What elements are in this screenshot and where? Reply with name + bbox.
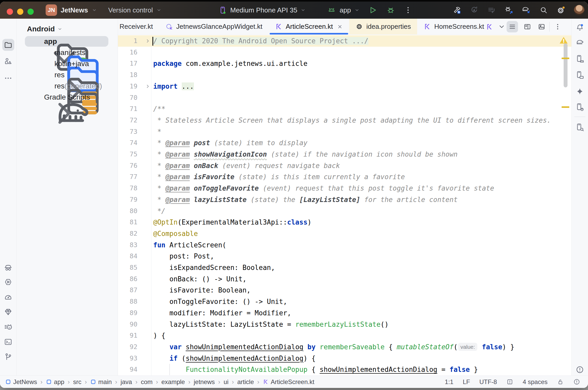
code-line[interactable]: 72 * Stateless Article Screen that displ…: [118, 115, 571, 126]
code-line[interactable]: 87 isFavorite: Boolean,: [118, 284, 571, 296]
code-line[interactable]: 1/ Copyright 2020 The Android Open Sourc…: [118, 35, 571, 47]
tree-item-kotlin-java[interactable]: kotlin+java: [17, 58, 118, 69]
project-view-selector[interactable]: Android: [27, 25, 55, 33]
tab-jetnews-glance-app-widget[interactable]: JetnewsGlanceAppWidget.kt: [159, 19, 269, 34]
tree-item-app[interactable]: app: [17, 36, 118, 47]
fold-toggle-icon[interactable]: [145, 81, 151, 92]
breadcrumb-item-example[interactable]: example: [161, 378, 185, 386]
code-line[interactable]: 85 isExpandedScreen: Boolean,: [118, 262, 571, 273]
terminal-tool-button[interactable]: [2, 336, 14, 348]
device-search-button[interactable]: [574, 122, 586, 134]
running-devices-button[interactable]: [574, 69, 586, 81]
tab-article-screen[interactable]: ArticleScreen.kt: [269, 19, 349, 34]
gradle-sync-button[interactable]: [522, 6, 531, 15]
code-line[interactable]: 93 if (showUnimplementedActionDialog) {: [118, 353, 571, 364]
breadcrumb-item-jetnews[interactable]: jetnews: [194, 378, 215, 386]
build-button[interactable]: [452, 6, 461, 15]
editor-list-button[interactable]: [507, 21, 518, 32]
code-editor[interactable]: 1/ Copyright 2020 The Android Open Sourc…: [118, 35, 571, 375]
device-selector[interactable]: Medium Phone API 35: [218, 2, 306, 19]
chevron-right-icon[interactable]: [36, 72, 43, 78]
code-line[interactable]: 70: [118, 92, 571, 103]
more-run-actions-button[interactable]: [404, 6, 412, 15]
detective-tool-button[interactable]: [2, 262, 14, 274]
tree-item-res-generated[interactable]: res (generated): [17, 80, 118, 92]
run-button[interactable]: [368, 5, 378, 15]
logcat-tool-button[interactable]: [2, 321, 14, 333]
scrollbar-thumb[interactable]: [564, 43, 568, 87]
breadcrumb-item-src[interactable]: src: [73, 378, 81, 386]
code-line[interactable]: 73 *: [118, 126, 571, 137]
preview-button[interactable]: [538, 19, 545, 35]
chevron-right-icon[interactable]: [25, 94, 32, 101]
code-line[interactable]: 80 */: [118, 205, 571, 217]
tree-item-res[interactable]: res: [17, 69, 118, 80]
encoding-widget[interactable]: UTF-8: [479, 378, 497, 386]
apply-changes-restart-button[interactable]: [470, 6, 479, 15]
avatar[interactable]: [574, 5, 584, 15]
chevron-right-icon[interactable]: [36, 49, 43, 56]
breadcrumb-item-app[interactable]: app: [46, 378, 64, 386]
error-stripe-mark[interactable]: [562, 106, 569, 108]
code-line[interactable]: 89 modifier: Modifier = Modifier,: [118, 307, 571, 319]
hexagon-play-tool-button[interactable]: [2, 276, 14, 288]
tab-home-screens[interactable]: HomeScreens.kt: [417, 19, 490, 34]
code-line[interactable]: 71/**: [118, 103, 571, 115]
breadcrumb-item-article[interactable]: article: [237, 378, 254, 386]
breadcrumb-item-ui[interactable]: ui: [224, 378, 229, 386]
gradle-tool-button[interactable]: [574, 36, 586, 48]
close-window-button[interactable]: [7, 9, 13, 15]
gemini-sparkle-button[interactable]: [574, 85, 586, 97]
code-line[interactable]: 78 * @param onToggleFavorite (event) req…: [118, 183, 571, 194]
clipped-tab[interactable]: [486, 19, 491, 35]
debug-button[interactable]: [386, 5, 395, 15]
project-name-menu[interactable]: JetNews: [61, 6, 88, 14]
chevron-right-icon[interactable]: [36, 60, 43, 67]
device-explorer-button[interactable]: [574, 101, 586, 113]
device-manager-button[interactable]: [574, 53, 586, 65]
code-line[interactable]: 77 * @param isFavorite (state) is this i…: [118, 171, 571, 183]
code-line[interactable]: 90 lazyListState: LazyListState = rememb…: [118, 319, 571, 330]
code-line[interactable]: 17package com.example.jetnews.ui.article: [118, 58, 571, 69]
run-configuration-selector[interactable]: app: [340, 6, 351, 14]
breadcrumb-item-articlescreen-kt[interactable]: ArticleScreen.kt: [263, 378, 314, 386]
profiler-tool-button[interactable]: [2, 291, 14, 303]
version-control-tool-button[interactable]: [2, 351, 14, 363]
lock-open-icon[interactable]: [557, 378, 564, 385]
warning-triangle-icon[interactable]: [559, 36, 569, 45]
code-line[interactable]: 16: [118, 47, 571, 58]
zoom-window-button[interactable]: [27, 9, 34, 15]
code-line[interactable]: 94 FunctionalityNotAvailablePopup { show…: [118, 364, 571, 375]
notifications-button[interactable]: [574, 22, 586, 33]
code-line[interactable]: 91) {: [118, 330, 571, 341]
code-line[interactable]: 19import ...: [118, 81, 571, 92]
code-line[interactable]: 79 * @param lazyListState (state) the [L…: [118, 194, 571, 205]
code-line[interactable]: 76 * @param onBack (event) request navig…: [118, 160, 571, 171]
indent-widget[interactable]: 4 spaces: [523, 378, 548, 386]
tab-idea-properties[interactable]: idea.properties: [349, 19, 417, 34]
code-line[interactable]: 75 * @param showNavigationIcon (state) i…: [118, 149, 571, 160]
breadcrumb-item-java[interactable]: java: [121, 378, 132, 386]
line-ending-widget[interactable]: LF: [463, 378, 470, 386]
chevron-down-icon[interactable]: [25, 38, 32, 45]
more-actions-button[interactable]: [554, 19, 562, 35]
apply-code-changes-button[interactable]: [487, 6, 496, 15]
search-everywhere-button[interactable]: [539, 6, 548, 15]
vcs-menu[interactable]: Version control: [108, 6, 153, 14]
resource-manager-button[interactable]: [2, 55, 14, 67]
more-tool-windows-button[interactable]: [2, 72, 14, 84]
project-tool-button[interactable]: [2, 39, 14, 51]
inspection-widget-icon[interactable]: [506, 378, 513, 385]
code-line[interactable]: 74 * @param post (state) item to display: [118, 137, 571, 149]
gemini-tool-button[interactable]: [2, 306, 14, 318]
error-stripe-mark[interactable]: [562, 58, 569, 59]
tree-item-gradle-scripts[interactable]: Gradle Scripts: [17, 92, 118, 103]
breadcrumb-item-com[interactable]: com: [141, 378, 152, 386]
fold-toggle-icon[interactable]: [145, 35, 151, 47]
problems-button[interactable]: [574, 364, 586, 375]
minimize-window-button[interactable]: [17, 9, 23, 15]
breadcrumb-item-jetnews[interactable]: JetNews: [5, 378, 37, 386]
close-icon[interactable]: [337, 24, 343, 30]
code-line[interactable]: 81@OptIn(ExperimentalMaterial3Api::class…: [118, 217, 571, 228]
error-notification-icon[interactable]: [573, 378, 580, 385]
